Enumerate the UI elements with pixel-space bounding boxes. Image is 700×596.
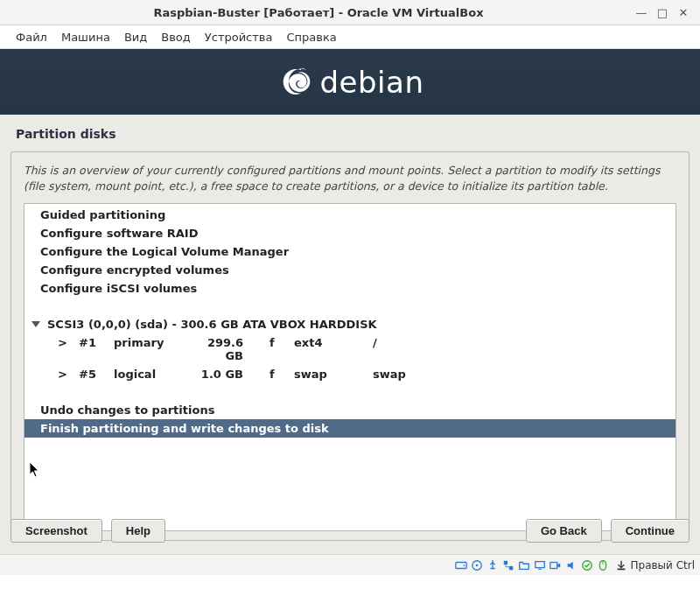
close-button[interactable]: ✕ [674, 3, 693, 22]
svg-point-1 [464, 564, 466, 566]
installer-panel: This is an overview of your currently co… [10, 151, 690, 541]
chevron-down-icon [32, 321, 40, 327]
svg-rect-5 [509, 565, 513, 569]
pt-fs: ext4 [294, 336, 373, 362]
menu-machine[interactable]: Машина [54, 27, 117, 47]
row-configure-iscsi[interactable]: Configure iSCSI volumes [24, 279, 676, 298]
row-blank [24, 383, 676, 401]
audio-icon[interactable] [564, 558, 578, 571]
host-key-indicator: Правый Ctrl [615, 559, 695, 571]
row-disk-sda[interactable]: SCSI3 (0,0,0) (sda) - 300.6 GB ATA VBOX … [24, 315, 676, 333]
svg-rect-11 [618, 568, 626, 570]
menu-input[interactable]: Ввод [154, 27, 198, 47]
pt-num: #5 [79, 368, 114, 381]
menu-file[interactable]: Файл [9, 27, 54, 47]
menu-help[interactable]: Справка [279, 27, 343, 47]
partition-list[interactable]: Guided partitioning Configure software R… [24, 203, 676, 531]
svg-rect-4 [504, 560, 508, 564]
svg-rect-6 [536, 561, 545, 567]
window-titlebar: Raspbian-Buster [Работает] - Oracle VM V… [0, 0, 700, 25]
maximize-button[interactable]: □ [653, 3, 672, 22]
pt-flag: f [270, 336, 294, 362]
row-finish-partitioning[interactable]: Finish partitioning and write changes to… [24, 419, 676, 438]
recording-icon[interactable] [549, 558, 562, 571]
bottom-button-row: Screenshot Help Go Back Continue [0, 510, 700, 551]
go-back-button[interactable]: Go Back [526, 519, 602, 543]
display-icon[interactable] [533, 558, 546, 571]
pt-size: 299.6 GB [192, 336, 270, 362]
row-partition-5[interactable]: > #5 logical 1.0 GB f swap swap [24, 365, 676, 383]
row-partition-1[interactable]: > #1 primary 299.6 GB f ext4 / [24, 333, 676, 365]
svg-rect-7 [550, 562, 557, 568]
pt-num: #1 [79, 336, 114, 362]
usb-icon[interactable] [486, 558, 499, 571]
disk-label: SCSI3 (0,0,0) (sda) - 300.6 GB ATA VBOX … [47, 318, 377, 331]
host-key-label: Правый Ctrl [630, 559, 695, 571]
pt-flag: f [270, 368, 294, 381]
help-button[interactable]: Help [111, 519, 165, 543]
spacer [174, 519, 517, 543]
hdd-icon[interactable] [454, 558, 467, 571]
continue-button[interactable]: Continue [611, 519, 690, 543]
minimize-button[interactable]: — [632, 3, 651, 22]
menu-view[interactable]: Вид [117, 27, 154, 47]
row-configure-raid[interactable]: Configure software RAID [24, 224, 676, 242]
pt-fs: swap [294, 368, 373, 381]
svg-point-3 [476, 564, 479, 566]
page-title: Partition disks [0, 115, 700, 151]
window-title: Raspbian-Buster [Работает] - Oracle VM V… [7, 6, 630, 19]
pt-marker: > [58, 336, 79, 362]
mouse-integration-icon[interactable] [596, 558, 609, 571]
keyboard-capture-icon [615, 559, 627, 571]
row-blank [24, 298, 676, 315]
vm-client-area: debian Partition disks This is an overvi… [0, 49, 700, 575]
row-configure-encrypted[interactable]: Configure encrypted volumes [24, 261, 676, 279]
pt-marker: > [58, 368, 79, 381]
pt-size: 1.0 GB [192, 368, 270, 381]
pt-type: logical [114, 368, 192, 381]
pt-type: primary [114, 336, 192, 362]
optical-icon[interactable] [470, 558, 483, 571]
menubar: Файл Машина Вид Ввод Устройства Справка [0, 25, 700, 49]
guest-additions-icon[interactable] [580, 558, 593, 571]
debian-brand-text: debian [320, 65, 424, 100]
debian-swirl-icon [276, 63, 315, 102]
menu-devices[interactable]: Устройства [198, 27, 280, 47]
debian-header: debian [0, 49, 700, 115]
pt-mount: / [373, 336, 425, 362]
shared-folders-icon[interactable] [517, 558, 530, 571]
row-guided-partitioning[interactable]: Guided partitioning [24, 206, 676, 224]
screenshot-button[interactable]: Screenshot [10, 519, 102, 543]
row-configure-lvm[interactable]: Configure the Logical Volume Manager [24, 242, 676, 261]
vm-statusbar: Правый Ctrl [0, 554, 700, 575]
intro-text: This is an overview of your currently co… [24, 163, 676, 194]
pt-mount: swap [373, 368, 425, 381]
network-icon[interactable] [501, 558, 514, 571]
row-undo-changes[interactable]: Undo changes to partitions [24, 401, 676, 419]
